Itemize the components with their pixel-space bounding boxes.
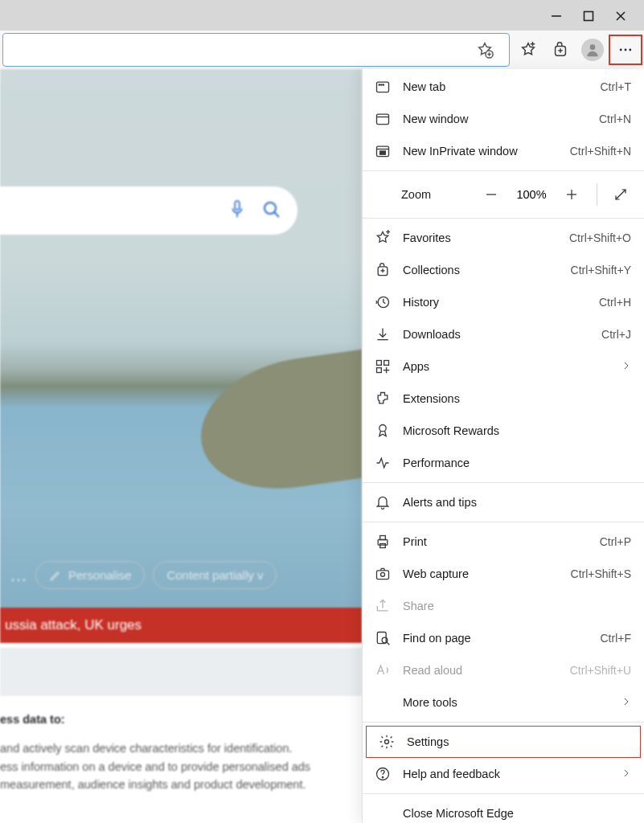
svg-rect-49 (377, 571, 389, 579)
svg-point-21 (379, 84, 379, 85)
history-icon (374, 293, 392, 311)
svg-rect-24 (377, 114, 389, 125)
chevron-right-icon (621, 360, 631, 373)
svg-point-23 (383, 84, 384, 85)
search-icon[interactable] (262, 200, 281, 222)
maximize-button[interactable] (583, 7, 594, 24)
svg-rect-47 (380, 536, 386, 540)
close-button[interactable] (615, 7, 626, 24)
menu-collections[interactable]: Collections Ctrl+Shift+Y (363, 254, 644, 286)
menu-web-capture[interactable]: Web capture Ctrl+Shift+S (363, 558, 644, 590)
print-icon (374, 533, 392, 551)
collections-icon (374, 261, 392, 279)
consent-line: ess information on a device and to provi… (0, 758, 357, 776)
help-icon (374, 765, 392, 783)
menu-help[interactable]: Help and feedback (363, 758, 644, 790)
consent-line: and actively scan device characteristics… (0, 739, 357, 757)
svg-rect-16 (235, 201, 240, 210)
menu-read-aloud: Read aloud Ctrl+Shift+U (363, 654, 644, 686)
menu-alerts[interactable]: Alerts and tips (363, 486, 644, 518)
extensions-icon (374, 390, 392, 407)
apps-icon (374, 358, 392, 375)
mic-icon[interactable] (228, 199, 246, 223)
content-visibility-button[interactable]: Content partially v (153, 561, 277, 589)
gear-icon (378, 733, 396, 751)
toolbar (0, 31, 644, 69)
zoom-out-button[interactable] (476, 179, 507, 210)
add-favorite-icon[interactable] (469, 34, 501, 66)
readaloud-icon (374, 661, 392, 679)
zoom-in-button[interactable] (556, 179, 587, 210)
svg-rect-48 (380, 544, 386, 548)
personalise-label: Personalise (68, 568, 131, 582)
find-icon (374, 629, 392, 647)
profile-button[interactable] (576, 34, 609, 66)
menu-new-tab[interactable]: New tab Ctrl+T (363, 71, 644, 103)
inprivate-icon (374, 142, 392, 160)
menu-favorites[interactable]: Favorites Ctrl+Shift+O (363, 222, 644, 254)
svg-point-22 (381, 84, 382, 85)
svg-point-54 (385, 740, 389, 744)
banner-text: ussia attack, UK urges (5, 617, 142, 633)
menu-more-tools[interactable]: More tools (363, 686, 644, 719)
svg-point-15 (629, 49, 631, 51)
svg-rect-42 (377, 368, 382, 373)
zoom-label: Zoom (401, 188, 470, 201)
menu-share: Share (363, 590, 644, 622)
menu-extensions[interactable]: Extensions (363, 383, 644, 415)
menu-new-window[interactable]: New window Ctrl+N (363, 103, 644, 135)
menu-rewards[interactable]: Microsoft Rewards (363, 415, 644, 447)
svg-point-14 (625, 49, 627, 51)
address-bar[interactable] (2, 33, 510, 67)
zoom-value: 100% (513, 188, 550, 201)
svg-point-45 (379, 425, 386, 432)
menu-downloads[interactable]: Downloads Ctrl+J (363, 318, 644, 350)
svg-rect-46 (378, 540, 388, 546)
consent-header: ess data to: (0, 710, 357, 728)
star-icon (374, 229, 392, 247)
personalise-button[interactable]: Personalise (35, 561, 145, 589)
svg-rect-1 (585, 11, 593, 20)
minimize-button[interactable] (551, 7, 562, 24)
pencil-icon (49, 569, 62, 582)
svg-point-52 (382, 637, 388, 643)
news-cards-row (0, 648, 362, 696)
svg-point-12 (590, 44, 596, 50)
search-box[interactable] (0, 186, 297, 235)
menu-settings[interactable]: Settings (366, 726, 641, 758)
new-tab-icon (374, 78, 392, 96)
svg-point-50 (381, 572, 385, 576)
zoom-control: Zoom 100% (363, 174, 644, 215)
share-icon (374, 597, 392, 615)
performance-icon (374, 454, 392, 472)
bell-icon (374, 493, 392, 511)
menu-close-edge[interactable]: Close Microsoft Edge (363, 797, 644, 823)
svg-point-18 (265, 203, 276, 214)
svg-point-56 (382, 777, 383, 778)
content-visibility-label: Content partially v (166, 568, 263, 582)
svg-rect-20 (377, 82, 389, 92)
more-menu-button[interactable] (609, 35, 642, 65)
app-menu: New tab Ctrl+T New window Ctrl+N New InP… (362, 69, 644, 823)
rewards-icon (374, 422, 392, 440)
menu-history[interactable]: History Ctrl+H (363, 286, 644, 318)
window-icon (374, 110, 392, 128)
news-headline-banner[interactable]: ussia attack, UK urges (0, 608, 362, 643)
fullscreen-button[interactable] (605, 179, 636, 210)
window-titlebar (0, 0, 644, 31)
menu-print[interactable]: Print Ctrl+P (363, 526, 644, 558)
menu-performance[interactable]: Performance (363, 447, 644, 479)
favorites-icon[interactable] (512, 34, 544, 66)
download-icon (374, 326, 392, 343)
capture-icon (374, 565, 392, 583)
collections-icon[interactable] (544, 34, 576, 66)
consent-text: ess data to: and actively scan device ch… (0, 698, 362, 810)
menu-apps[interactable]: Apps (363, 350, 644, 383)
svg-point-13 (620, 49, 622, 51)
page-content-blurred: … Personalise Content partially v ussia … (0, 69, 362, 823)
svg-rect-28 (380, 151, 386, 154)
menu-new-inprivate[interactable]: New InPrivate window Ctrl+Shift+N (363, 135, 644, 167)
more-icon[interactable]: … (10, 565, 27, 586)
svg-line-53 (387, 642, 389, 645)
menu-find-on-page[interactable]: Find on page Ctrl+F (363, 622, 644, 654)
